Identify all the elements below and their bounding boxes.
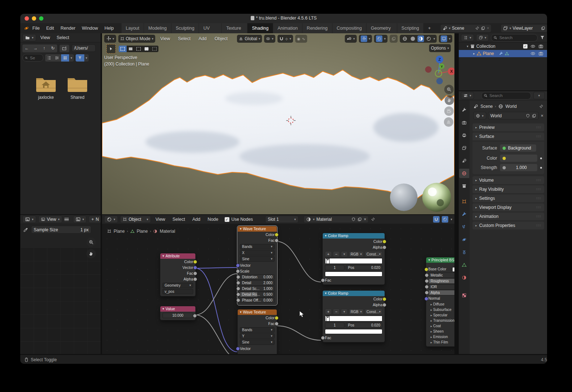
bsdf-section-subsurface[interactable]: ▸ Subsurface [428,307,454,312]
ramp-gradient-bar[interactable] [325,316,382,321]
socket-detail-scale-in[interactable] [236,287,240,291]
tab-physics[interactable] [459,235,469,244]
ramp-tools-dropdown[interactable]: ▾ [341,309,348,315]
render-pass-group[interactable]: ▾ [439,35,452,43]
socket-vector-in[interactable] [236,347,240,351]
socket-phase-offset-in[interactable] [236,298,240,302]
breadcrumb-scene[interactable]: Scene [480,104,493,109]
select-menu[interactable]: Select [175,36,194,41]
mode-dropdown[interactable]: Object Mode▾ [118,35,156,43]
ramp-stop-position-field[interactable]: Pos0.020 [346,323,382,328]
select-box-subtract-button[interactable] [135,46,143,52]
viewlayer-selector[interactable]: ▾ ViewLayer [501,25,547,32]
surface-shader-button[interactable]: Background [500,144,536,152]
ramp-stop-color-swatch[interactable] [325,329,382,334]
bsdf-section-coat[interactable]: ▸ Coat [428,323,454,329]
image-pan-button[interactable] [86,249,96,258]
socket-ior-in[interactable] [425,285,429,289]
new-viewlayer-icon[interactable] [541,26,545,30]
tab-particles[interactable] [459,222,469,232]
breadcrumb-material[interactable]: Material [160,229,175,234]
ramp-stop-index-field[interactable]: 1 [325,265,344,270]
wave-axis-dropdown[interactable]: Y▾ [240,333,275,339]
socket-fac-out[interactable] [275,322,279,326]
ramp-remove-stop-button[interactable]: − [333,309,340,315]
pin-icon[interactable] [539,104,543,109]
socket-base-color-in[interactable] [424,267,428,271]
node-principled-bsdf[interactable]: ▾Principled BSDF Base Color Metallic Rou… [426,257,454,347]
overlays-toggle[interactable]: ▾ [374,35,387,43]
viewport-pan-button[interactable] [445,96,454,105]
strength-field[interactable]: 1.000 [500,164,537,171]
active-tool-tweak-button[interactable] [106,44,116,54]
render-camera-icon[interactable] [538,44,543,49]
socket-color-out[interactable] [382,297,386,301]
properties-editor-type-button[interactable]: ▾ [461,92,474,99]
tab-rendering[interactable]: Rendering [302,23,332,33]
unlink-material-icon[interactable]: × [364,217,366,222]
filter-chevron[interactable]: ▾ [84,56,89,60]
file-path-field[interactable]: /Users/ [72,45,96,52]
socket-roughness-in[interactable] [425,279,429,283]
select-box-invert-button[interactable] [143,46,151,52]
eyedropper-icon[interactable] [23,227,28,232]
modifier-wrench-icon[interactable] [499,51,503,56]
collection-exclude-checkbox[interactable]: ✓ [523,44,527,49]
wave-phase-offset-field[interactable]: Phase Off...0.000 [240,298,275,303]
bsdf-section-diffuse[interactable]: ▸ Diffuse [428,302,454,307]
hide-eye-icon[interactable] [530,51,535,56]
node-add-menu[interactable]: Add [190,215,203,224]
tab-render[interactable] [459,118,469,127]
panel-surface[interactable]: ▾Surface∷∷ [473,132,544,140]
new-image-button[interactable]: +N [89,216,101,223]
attribute-name-field[interactable]: v_pos [162,289,193,294]
socket-alpha-in[interactable] [425,291,429,295]
bsdf-section-thin-film[interactable]: ▸ Thin Film [428,340,454,345]
tab-scene[interactable] [459,156,469,165]
socket-metallic-in[interactable] [425,273,429,277]
shading-wireframe-button[interactable] [402,35,408,42]
object-visibility-dropdown[interactable]: ▾ [345,35,357,43]
refresh-button[interactable]: ↻ [48,45,57,52]
node-wave-texture-1[interactable]: ▾Wave Texture Color Fac Bands▾ X▾ Sine▾ … [237,226,277,305]
tab-material[interactable] [459,273,469,282]
up-button[interactable]: ↑ [40,45,48,52]
outliner-search-input[interactable] [499,35,535,40]
image-zoom-button[interactable] [86,237,96,247]
tab-output[interactable] [459,131,469,140]
display-vertical-list-button[interactable] [45,54,53,62]
select-box-new-button[interactable] [119,46,127,52]
ramp-interpolation-dropdown[interactable]: Const...▾ [365,251,382,257]
file-menu-view[interactable]: View [38,33,52,42]
socket-detail-roughness-in[interactable] [236,292,240,296]
gizmo-z-neg-axis[interactable] [436,78,443,84]
socket-normal-in[interactable] [424,297,428,301]
shader-type-dropdown[interactable]: Object▾ [120,216,151,223]
wave-detail-roughness-field[interactable]: Detail Ro...0.500 [240,292,275,297]
mesh-data-icon[interactable] [505,51,509,56]
select-box-intersect-button[interactable] [151,46,158,52]
hide-eye-icon[interactable] [530,44,535,49]
menu-help[interactable]: Help [101,23,117,33]
tab-view-layer[interactable] [459,143,469,153]
panel-viewport-display[interactable]: ▸Viewport Display∷∷ [473,203,544,211]
copy-world-icon[interactable] [532,114,536,118]
slot-dropdown[interactable]: Slot 1▾ [265,216,298,223]
ramp-tools-dropdown[interactable]: ▾ [341,251,348,257]
bsdf-section-transmission[interactable]: ▸ Transmission [428,318,454,323]
panel-ray-visibility[interactable]: ▸Ray Visibility∷∷ [473,185,544,193]
node-node-menu[interactable]: Node [205,215,221,224]
menu-edit[interactable]: Edit [43,23,58,33]
pivot-point-dropdown[interactable]: ▾ [264,35,275,43]
wave-type-dropdown[interactable]: Bands▾ [240,327,275,333]
shading-chevron[interactable]: ▾ [433,37,435,41]
bsdf-section-emission[interactable]: ▸ Emission [428,334,454,340]
outliner-filter-type-button[interactable]: ▾ [476,34,489,41]
ramp-stop-index-field[interactable]: 1 [325,323,344,328]
ior-field[interactable]: IOR [428,284,454,290]
ramp-color-mode-dropdown[interactable]: RGB▾ [349,309,364,315]
folder-item-shared[interactable] [67,75,88,92]
image-datablock-button[interactable]: ▾ [73,216,87,223]
hamburger-icon[interactable] [64,218,69,221]
ramp-color-mode-dropdown[interactable]: RGB▾ [349,251,364,257]
